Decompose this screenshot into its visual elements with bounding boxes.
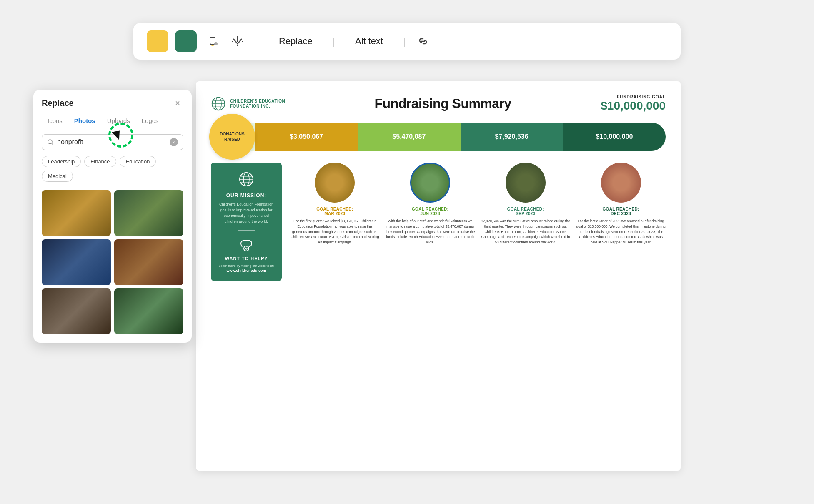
photo-result-6[interactable] <box>114 288 183 334</box>
quarter-label-1: GOAL REACHED: MAR 2023 <box>316 207 353 216</box>
goal-label: FUNDRAISING GOAL <box>601 95 666 99</box>
photo-result-1[interactable] <box>42 190 111 236</box>
doc-header: CHILDREN'S EDUCATION FOUNDATION INC. Fun… <box>211 95 666 113</box>
mission-text: Children's Education Foundation goal is … <box>218 202 275 224</box>
photo-result-2[interactable] <box>114 190 183 236</box>
search-box[interactable]: × <box>42 134 183 150</box>
quarter-col-1: GOAL REACHED: MAR 2023 For the first qua… <box>290 163 380 281</box>
quarter-text-4: For the last quarter of 2023 we reached … <box>576 218 666 245</box>
tab-logos[interactable]: Logos <box>136 114 165 128</box>
quarter-label-2: GOAL REACHED: JUN 2023 <box>412 207 448 216</box>
org-name: CHILDREN'S EDUCATION FOUNDATION INC. <box>230 99 285 109</box>
goal-amount: $10,000,000 <box>601 99 666 113</box>
quarter-col-2: GOAL REACHED: JUN 2023 With the help of … <box>386 163 475 281</box>
help-icon <box>239 237 254 252</box>
flip-icon[interactable] <box>228 32 247 50</box>
search-clear-button[interactable]: × <box>170 138 178 146</box>
seg-1: $3,050,067 <box>255 123 358 151</box>
mission-title: OUR MISSION: <box>218 193 275 198</box>
mission-box: OUR MISSION: Children's Education Founda… <box>211 163 282 281</box>
swatch-green[interactable] <box>175 30 197 52</box>
tab-uploads[interactable]: Uploads <box>101 114 136 128</box>
tag-medical[interactable]: Medical <box>42 171 73 182</box>
replace-button[interactable]: Replace <box>267 32 324 51</box>
progress-section: DONATIONS RAISED $3,050,067 $5,470,087 $… <box>211 123 666 151</box>
seg-2: $5,470,087 <box>358 123 460 151</box>
help-title: WANT TO HELP? <box>218 256 275 261</box>
tag-education[interactable]: Education <box>120 156 156 167</box>
close-button[interactable]: × <box>172 97 183 109</box>
svg-line-4 <box>52 143 53 145</box>
quarter-photo-4[interactable] <box>601 163 641 203</box>
document-area: CHILDREN'S EDUCATION FOUNDATION INC. Fun… <box>196 81 681 471</box>
mission-globe-icon <box>238 171 255 188</box>
seg-3: $7,920,536 <box>461 123 563 151</box>
mission-divider <box>238 230 255 231</box>
quarter-col-3: GOAL REACHED: SEP 2023 $7,920,536 was th… <box>481 163 571 281</box>
quarter-photo-1[interactable] <box>315 163 355 203</box>
donations-circle: DONATIONS RAISED <box>209 114 255 160</box>
swatch-yellow[interactable] <box>147 30 168 52</box>
photo-result-5[interactable] <box>42 288 111 334</box>
panel-header: Replace × <box>33 90 192 109</box>
seg-4: $10,000,000 <box>563 123 666 151</box>
quarter-photo-2[interactable] <box>410 163 450 203</box>
search-row: × <box>33 128 192 156</box>
circle-text: DONATIONS RAISED <box>220 131 244 142</box>
tab-icons[interactable]: Icons <box>42 114 68 128</box>
goal-box: FUNDRAISING GOAL $10,000,000 <box>601 95 666 113</box>
tags-row: Leadership Finance Education Medical <box>33 156 192 187</box>
quarter-label-4: GOAL REACHED: DEC 2023 <box>603 207 639 216</box>
tag-leadership[interactable]: Leadership <box>42 156 81 167</box>
photo-result-4[interactable] <box>114 239 183 285</box>
quarter-text-1: For the first quarter we raised $3,050,0… <box>290 218 380 245</box>
svg-point-0 <box>214 42 218 45</box>
image-toolbar: Replace | Alt text | <box>133 23 681 60</box>
search-input[interactable] <box>57 138 166 146</box>
photo-grid <box>33 187 192 343</box>
tag-finance[interactable]: Finance <box>84 156 116 167</box>
quarter-columns: GOAL REACHED: MAR 2023 For the first qua… <box>290 163 666 281</box>
panel-tabs: Icons Photos Uploads Logos <box>33 109 192 128</box>
link-icon[interactable] <box>414 32 432 50</box>
quarter-col-4: GOAL REACHED: DEC 2023 For the last quar… <box>576 163 666 281</box>
svg-point-3 <box>48 140 52 144</box>
quarter-text-2: With the help of our staff and wonderful… <box>386 218 475 245</box>
toolbar-divider <box>257 32 257 50</box>
photo-result-3[interactable] <box>42 239 111 285</box>
quarter-photo-3[interactable] <box>506 163 546 203</box>
search-icon <box>47 139 54 145</box>
quarter-text-3: $7,920,536 was the cumulative amount rai… <box>481 218 571 245</box>
progress-segments: $3,050,067 $5,470,087 $7,920,536 $10,000… <box>255 123 666 151</box>
fundraising-document: CHILDREN'S EDUCATION FOUNDATION INC. Fun… <box>196 81 681 471</box>
progress-bar: DONATIONS RAISED $3,050,067 $5,470,087 $… <box>211 123 666 151</box>
tab-photos[interactable]: Photos <box>68 114 101 128</box>
doc-title: Fundraising Summary <box>375 96 511 111</box>
replace-panel: Replace × Icons Photos Uploads Logos × L… <box>33 90 192 343</box>
org-logo: CHILDREN'S EDUCATION FOUNDATION INC. <box>211 96 285 111</box>
bottom-section: OUR MISSION: Children's Education Founda… <box>211 163 666 281</box>
help-text: Learn more by visiting our website at: <box>218 263 275 268</box>
quarter-label-3: GOAL REACHED: SEP 2023 <box>507 207 544 216</box>
panel-title: Replace <box>42 98 74 108</box>
alt-text-button[interactable]: Alt text <box>343 32 395 51</box>
globe-icon <box>211 96 226 111</box>
help-link: www.childrenedu.com <box>218 268 275 273</box>
fill-icon[interactable] <box>203 32 222 50</box>
